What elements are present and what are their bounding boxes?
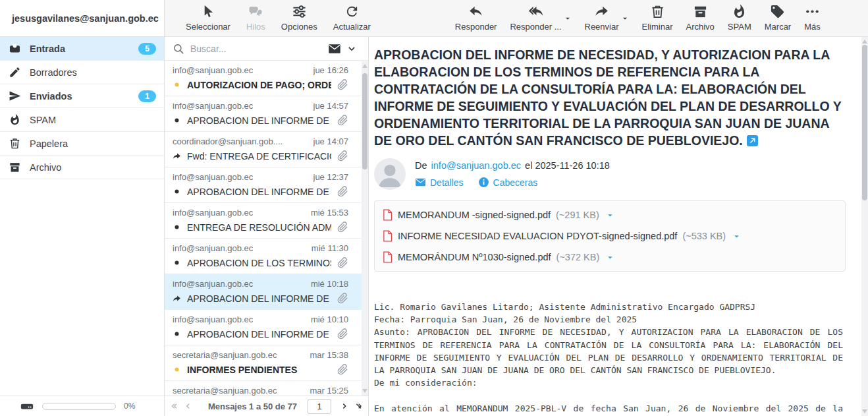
message-list-row[interactable]: info@sanjuan.gob.ecmié 10:10APROBACION D… xyxy=(165,310,368,345)
trash-icon xyxy=(650,4,665,19)
search-input[interactable] xyxy=(190,44,322,54)
paperclip-icon xyxy=(337,222,348,233)
message-date: mié 10:18 xyxy=(311,279,348,289)
message-list-row[interactable]: info@sanjuan.gob.ecjue 12:37APROBACION D… xyxy=(165,167,368,203)
message-list: info@sanjuan.gob.ecjue 16:26AUTORIZACION… xyxy=(165,61,368,396)
scroll-down-arrow-icon[interactable] xyxy=(362,389,367,393)
refresh-toolbar-item: Actualizar xyxy=(333,4,371,32)
pdf-file-icon xyxy=(383,209,393,221)
flag-dot-icon xyxy=(173,80,181,89)
storage-disk-icon xyxy=(20,399,34,413)
message-list-row[interactable]: info@sanjuan.gob.ecjue 16:26AUTORIZACION… xyxy=(165,61,368,96)
message-subject: INFORMES PENDIENTES xyxy=(187,365,331,375)
first-page-button[interactable] xyxy=(171,401,178,411)
headers-link[interactable]: Cabeceras xyxy=(478,177,538,188)
message-date: mar 15:25 xyxy=(310,386,348,396)
message-subject: APROBACION DEL INFORME DE ... xyxy=(187,293,331,304)
scroll-up-arrow-icon[interactable] xyxy=(862,40,867,44)
account-email: jesusgavilanes@sanjuan.gob.ec xyxy=(12,13,159,24)
sender-email-link[interactable]: info@sanjuan.gob.ec xyxy=(431,160,521,171)
message-list-row[interactable]: info@sanjuan.gob.ecjue 14:57APROBACION D… xyxy=(165,96,368,132)
refresh-button[interactable]: Actualizar xyxy=(333,4,371,32)
sidebar-item-trash[interactable]: Papelera xyxy=(0,132,164,156)
attachment-size: (~533 KB) xyxy=(682,231,726,241)
reply-icon xyxy=(468,4,483,19)
scrollbar-thumb[interactable] xyxy=(362,73,367,169)
message-view-scrollbar[interactable] xyxy=(861,37,868,416)
delete-toolbar-item: Eliminar xyxy=(642,4,673,32)
attachment-menu-caret-icon[interactable] xyxy=(732,232,741,241)
more-toolbar-item: Más xyxy=(804,4,821,32)
reply-button[interactable]: Responder xyxy=(455,4,497,32)
reply-all-button[interactable]: Responder ... xyxy=(510,4,561,32)
flame-icon xyxy=(9,113,21,126)
body-line: Asunto: APROBACION DEL INFORME DE NECESI… xyxy=(374,326,843,376)
pagination-bar: Mensajes 1 a 50 de 77 xyxy=(165,396,368,416)
more-button[interactable]: Más xyxy=(804,4,821,32)
message-list-scrollbar[interactable] xyxy=(362,61,368,396)
forward-dropdown-caret-icon[interactable] xyxy=(621,15,629,22)
sidebar-item-inbox[interactable]: Entrada5 xyxy=(0,37,164,61)
sidebar-item-drafts[interactable]: Borradores xyxy=(0,61,164,84)
message-list-pane: info@sanjuan.gob.ecjue 16:26AUTORIZACION… xyxy=(165,37,369,416)
paperclip-icon xyxy=(337,115,348,126)
attachment-name-link[interactable]: INFORME NECESIDAD EVALUACION PDYOT-signe… xyxy=(398,231,677,241)
list-options-chevron-down-icon[interactable] xyxy=(347,44,356,53)
message-list-row[interactable]: info@sanjuan.gob.ecmié 15:53ENTREGA DE R… xyxy=(165,203,368,239)
read-dot-icon xyxy=(173,223,181,231)
message-date: jue 14:07 xyxy=(313,136,349,146)
open-in-new-window-icon[interactable] xyxy=(747,135,758,146)
options-button[interactable]: Opciones xyxy=(281,4,317,32)
list-options-envelope-icon[interactable] xyxy=(328,42,341,55)
forward-button[interactable]: Reenviar xyxy=(585,4,619,32)
message-subject: APROBACION DE LOS TERMINOS ... xyxy=(187,258,331,268)
next-page-button[interactable] xyxy=(340,401,348,411)
body-line xyxy=(374,389,843,401)
message-date: jue 12:37 xyxy=(313,172,349,182)
sender-block: De info@sanjuan.gob.ec el 2025-11-26 10:… xyxy=(374,158,846,190)
details-link[interactable]: Detalles xyxy=(415,177,464,188)
top-bar: jesusgavilanes@sanjuan.gob.ec Selecciona… xyxy=(0,0,868,37)
attachment-menu-caret-icon[interactable] xyxy=(606,211,614,220)
select-button[interactable]: Seleccionar xyxy=(186,4,231,32)
archive-button[interactable]: Archivo xyxy=(686,4,715,32)
folder-list: Entrada5BorradoresEnviados1SPAMPapeleraA… xyxy=(0,37,164,179)
scroll-down-arrow-icon[interactable] xyxy=(862,409,867,413)
mark-button[interactable]: Marcar xyxy=(765,4,791,32)
spam-button[interactable]: SPAM xyxy=(728,4,751,32)
delete-button[interactable]: Eliminar xyxy=(642,4,673,32)
attachment-row: MEMORÁNDUM Nº1030-signed.pdf(~372 KB) xyxy=(383,247,837,268)
sender-avatar xyxy=(374,158,406,190)
message-list-row[interactable]: info@sanjuan.gob.ecmié 11:30APROBACION D… xyxy=(165,239,368,274)
scrollbar-thumb[interactable] xyxy=(862,45,867,200)
message-list-row[interactable]: coordinador@sanjuan.gob....jue 14:07Fwd:… xyxy=(165,132,368,167)
pencil-icon xyxy=(9,66,21,78)
message-sender: info@sanjuan.gob.ec xyxy=(173,208,253,218)
message-list-row[interactable]: secretaria@sanjuan.gob.ecmar 15:25 xyxy=(165,381,368,396)
trash-icon xyxy=(9,137,21,150)
scroll-up-arrow-icon[interactable] xyxy=(362,64,367,68)
page-number-input[interactable] xyxy=(308,399,331,414)
search-bar xyxy=(165,37,368,61)
from-line: De info@sanjuan.gob.ec el 2025-11-26 10:… xyxy=(415,160,611,171)
toolbar: SeleccionarHilosOpcionesActualizar Respo… xyxy=(165,0,868,36)
quota-percent: 0% xyxy=(124,401,135,411)
message-subject: ENTREGA DE RESOLUCIÓN ADMI... xyxy=(187,222,331,233)
refresh-icon xyxy=(344,4,360,19)
prev-page-button[interactable] xyxy=(184,401,192,411)
sidebar-item-sent[interactable]: Enviados1 xyxy=(0,84,164,108)
message-list-row[interactable]: info@sanjuan.gob.ecmié 10:18APROBACION D… xyxy=(165,274,368,310)
paperclip-icon xyxy=(337,150,348,162)
attachment-menu-caret-icon[interactable] xyxy=(606,253,614,262)
sidebar-item-archive[interactable]: Archivo xyxy=(0,156,164,179)
paperclip-icon xyxy=(337,257,348,268)
message-date: jue 16:26 xyxy=(313,65,349,75)
select-toolbar-item: Seleccionar xyxy=(186,4,231,32)
sidebar-item-spam[interactable]: SPAM xyxy=(0,108,164,132)
attachment-name-link[interactable]: MEMORANDUM -signed-signed.pdf xyxy=(398,210,551,220)
last-page-button[interactable] xyxy=(355,401,362,411)
reply-all-dropdown-caret-icon[interactable] xyxy=(564,15,572,22)
attachment-name-link[interactable]: MEMORÁNDUM Nº1030-signed.pdf xyxy=(398,252,551,262)
body-line: Lic. Romario Gavilanes Litardo; Asistent… xyxy=(374,301,843,313)
message-list-row[interactable]: secretaria@sanjuan.gob.ecmar 15:38INFORM… xyxy=(165,345,368,381)
